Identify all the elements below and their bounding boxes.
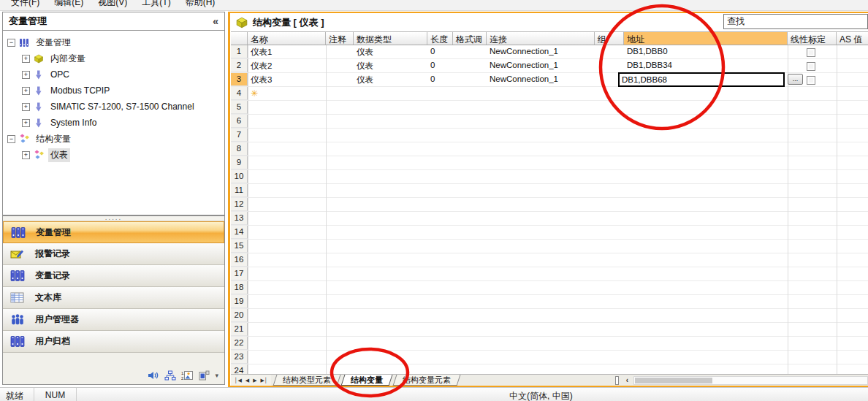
tree-item-label[interactable]: SIMATIC S7-1200, S7-1500 Channel [48,101,197,112]
dropdown-arrow-icon[interactable]: ▾ [215,372,218,379]
row-number[interactable]: 9 [231,156,248,169]
nav-button-user-administrator[interactable]: 用户管理器 [3,309,224,331]
cell-comment[interactable] [326,45,354,58]
tree-item-label[interactable]: Modbus TCPIP [48,85,112,96]
row-number[interactable]: 15 [231,240,248,253]
row-number[interactable]: 18 [231,281,248,294]
collapse-panel-icon[interactable]: « [213,15,218,27]
linear-scaling-checkbox[interactable] [807,62,815,71]
cell-length[interactable]: 0 [427,73,453,86]
collapse-expander-icon[interactable]: − [7,39,15,47]
row-number[interactable]: 22 [231,337,248,350]
cell-data-type[interactable]: 仪表 [354,59,427,72]
collapse-expander-icon[interactable]: − [7,135,15,143]
row-number[interactable]: 3 [231,73,248,86]
prev-page-button[interactable]: ◀ [244,378,251,383]
cell-name[interactable]: 仪表3 [248,73,326,86]
column-header[interactable]: 格式调 [453,32,487,45]
cell-group[interactable] [595,45,624,58]
linear-scaling-checkbox[interactable] [807,76,815,85]
row-number[interactable]: 6 [231,115,248,128]
expand-expander-icon[interactable]: + [22,151,30,159]
row-number[interactable]: 23 [231,351,248,364]
menu-view[interactable]: 视图(V) [93,0,132,10]
column-header[interactable]: 地址 [624,32,788,45]
row-number[interactable]: 17 [231,267,248,280]
row-number[interactable]: 14 [231,226,248,239]
row-number[interactable]: 1 [231,45,248,58]
horizontal-scrollbar[interactable] [633,376,868,385]
row-number[interactable]: 4 [231,87,248,100]
row-number[interactable]: 7 [231,129,248,142]
cell-format[interactable] [453,45,487,58]
expand-expander-icon[interactable]: + [22,87,30,95]
panel-icon[interactable] [198,370,210,381]
linear-scaling-checkbox[interactable] [807,48,815,57]
row-number[interactable]: 13 [231,212,248,225]
row-number[interactable]: 2 [231,59,248,72]
tree-item[interactable]: +Modbus TCPIP [3,83,224,99]
nav-button-tag-management[interactable]: 变量管理 [3,221,224,243]
volume-icon[interactable] [148,370,159,381]
cell-length[interactable]: 0 [427,45,453,58]
column-header[interactable]: 长度 [427,32,453,45]
address-edit-input[interactable] [618,72,785,87]
row-number[interactable]: 10 [231,170,248,183]
expand-expander-icon[interactable]: + [22,55,30,63]
tree-item-label[interactable]: 变量管理 [34,36,73,50]
tree-item[interactable]: +System Info [3,115,224,131]
next-page-button[interactable]: ▶ [251,378,258,383]
topology-icon[interactable] [164,370,176,381]
menu-edit[interactable]: 编辑(E) [49,0,88,10]
row-number[interactable]: 19 [231,295,248,308]
row-number[interactable]: 24 [231,364,248,374]
cell-name[interactable]: 仪表2 [248,59,326,72]
cell-length[interactable]: 0 [427,59,453,72]
cell-data-type[interactable]: 仪表 [354,73,427,86]
cell-connection[interactable]: NewConnection_1 [487,59,595,72]
tree-item[interactable]: +OPC [3,66,224,83]
column-header[interactable]: 数据类型 [354,32,427,45]
row-number[interactable]: 12 [231,198,248,211]
menu-help[interactable]: 帮助(H) [180,0,221,10]
expand-expander-icon[interactable]: + [22,71,30,79]
sheet-tab[interactable]: 结构类型元素 [273,375,341,386]
sheet-tab[interactable]: 结构变量 [341,375,393,386]
row-number[interactable]: 11 [231,184,248,197]
column-header[interactable]: AS 值 [837,32,868,45]
row-number[interactable]: 16 [231,253,248,267]
image-languages-icon[interactable]: 1.2. [181,370,193,381]
menu-file[interactable]: 文件(F) [6,0,45,10]
tree-item[interactable]: +内部变量 [3,50,224,66]
tree-item-label[interactable]: System Info [48,117,99,129]
tree-item-label[interactable]: 结构变量 [34,132,73,146]
tree-item[interactable]: +SIMATIC S7-1200, S7-1500 Channel [3,99,224,115]
cell-data-type[interactable]: 仪表 [354,45,427,58]
tree-item[interactable]: −结构变量 [3,131,224,147]
nav-button-tag-logging[interactable]: 变量记录 [3,265,224,287]
scroll-left-icon[interactable]: ‹ [623,375,632,386]
search-input[interactable] [723,14,868,29]
row-number[interactable]: 20 [231,309,248,322]
column-header[interactable]: 线性标定 [788,32,837,45]
column-header[interactable]: 名称 [248,32,326,45]
row-number[interactable]: 21 [231,323,248,336]
cell-comment[interactable] [326,73,354,86]
cell-comment[interactable] [326,59,354,72]
row-number[interactable]: 5 [231,101,248,114]
cell-name[interactable]: 仪表1 [248,45,326,58]
cell-format[interactable] [453,73,487,86]
cell-address[interactable]: DB1,DBB0 [624,45,788,58]
column-header[interactable]: 连接 [487,32,595,45]
tree-item-label[interactable]: OPC [48,69,72,80]
cell-format[interactable] [453,59,487,72]
column-header[interactable]: 注释 [326,32,354,45]
menu-tools[interactable]: 工具(T) [137,0,175,10]
tab-scrollbar-splitter[interactable] [615,376,619,385]
address-browse-button[interactable]: ... [788,74,803,85]
tree-item-label[interactable]: 仪表 [48,148,70,162]
expand-expander-icon[interactable]: + [22,119,30,127]
nav-button-alarm-logging[interactable]: 报警记录 [3,243,224,265]
cell-address[interactable]: DB1,DBB34 [624,59,788,72]
tree-item[interactable]: +仪表 [3,147,224,163]
